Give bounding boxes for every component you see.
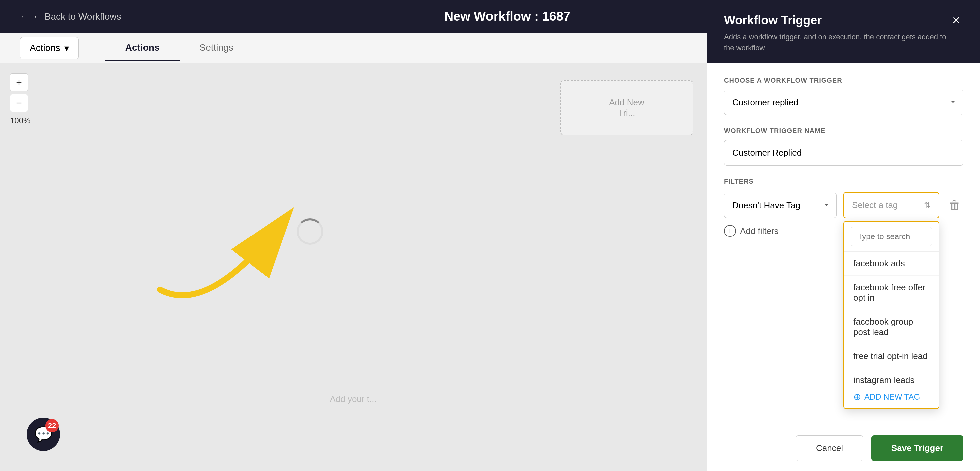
add-new-tag-button[interactable]: ⊕ ADD NEW TAG xyxy=(844,385,939,408)
chevron-down-icon: ▾ xyxy=(64,43,69,54)
filters-label: FILTERS xyxy=(724,178,963,185)
list-item[interactable]: free trial opt-in lead xyxy=(844,344,939,368)
add-trigger-hint: Add your t... xyxy=(330,394,377,404)
add-filters-label: Add filters xyxy=(740,226,779,236)
chat-widget[interactable]: 💬 22 xyxy=(27,418,60,451)
dropdown-search-area xyxy=(844,222,939,252)
trash-icon: 🗑 xyxy=(949,198,961,212)
panel-title-group: Workflow Trigger Adds a workflow trigger… xyxy=(724,13,949,53)
chat-badge: 22 xyxy=(45,419,59,432)
trigger-type-label: CHOOSE A WORKFLOW TRIGGER xyxy=(724,77,963,84)
cancel-button[interactable]: Cancel xyxy=(795,435,863,461)
loading-spinner xyxy=(297,218,323,245)
tag-select-button[interactable]: Select a tag ⇅ xyxy=(843,192,939,218)
panel-body: CHOOSE A WORKFLOW TRIGGER Customer repli… xyxy=(707,63,980,425)
add-trigger-box[interactable]: Add New Tri... xyxy=(560,80,693,135)
panel-footer: Cancel Save Trigger xyxy=(707,425,980,471)
back-arrow-icon: ← xyxy=(20,11,29,22)
canvas-controls: + − 100% xyxy=(10,73,30,125)
tag-dropdown: facebook ads facebook free offer opt in … xyxy=(843,221,939,409)
filter-condition-select[interactable]: Doesn't Have Tag xyxy=(724,192,837,218)
list-item[interactable]: facebook free offer opt in xyxy=(844,276,939,310)
spinner-area xyxy=(297,218,323,245)
workflow-trigger-panel: Workflow Trigger Adds a workflow trigger… xyxy=(706,0,980,471)
actions-dropdown-button[interactable]: Actions ▾ xyxy=(20,37,79,59)
list-item[interactable]: instagram leads xyxy=(844,368,939,385)
arrow-annotation xyxy=(93,150,327,316)
zoom-out-button[interactable]: − xyxy=(10,94,28,112)
tag-select-wrapper: Select a tag ⇅ facebook ads facebook fre… xyxy=(843,192,939,218)
delete-filter-button[interactable]: 🗑 xyxy=(946,195,963,215)
add-trigger-text-1: Add New xyxy=(587,97,666,108)
plus-circle-icon: ⊕ xyxy=(853,392,861,402)
trigger-name-input[interactable] xyxy=(724,140,963,165)
chevron-updown-icon: ⇅ xyxy=(924,200,931,210)
panel-header: Workflow Trigger Adds a workflow trigger… xyxy=(707,0,980,63)
back-label: ← Back to Workflows xyxy=(33,11,121,22)
list-item[interactable]: facebook ads xyxy=(844,252,939,276)
panel-close-button[interactable]: × xyxy=(949,13,963,27)
filter-row: Doesn't Have Tag Select a tag ⇅ facebook… xyxy=(724,192,963,218)
zoom-in-button[interactable]: + xyxy=(10,73,28,91)
tag-search-input[interactable] xyxy=(851,227,932,246)
actions-btn-label: Actions xyxy=(30,43,60,53)
panel-subtitle: Adds a workflow trigger, and on executio… xyxy=(724,31,949,53)
workflow-canvas: + − 100% Add New Tri... Add your t... xyxy=(0,63,706,471)
add-trigger-text-2: Tri... xyxy=(587,108,666,118)
panel-title: Workflow Trigger xyxy=(724,13,949,27)
save-trigger-button[interactable]: Save Trigger xyxy=(871,435,963,461)
tab-settings[interactable]: Settings xyxy=(180,36,253,61)
trigger-type-select[interactable]: Customer replied xyxy=(724,90,963,115)
zoom-level: 100% xyxy=(10,116,30,125)
trigger-name-label: WORKFLOW TRIGGER NAME xyxy=(724,127,963,135)
add-new-tag-label: ADD NEW TAG xyxy=(864,392,920,402)
workflow-title: New Workflow : 1687 xyxy=(444,10,570,24)
list-item[interactable]: facebook group post lead xyxy=(844,310,939,344)
back-to-workflows-link[interactable]: ← ← Back to Workflows xyxy=(20,11,121,22)
tab-group: Actions Settings xyxy=(105,36,253,60)
dropdown-list: facebook ads facebook free offer opt in … xyxy=(844,252,939,385)
add-filters-button[interactable]: + Add filters xyxy=(724,225,779,237)
tag-placeholder: Select a tag xyxy=(852,200,898,210)
plus-icon: + xyxy=(724,225,736,237)
tab-actions[interactable]: Actions xyxy=(105,36,180,61)
